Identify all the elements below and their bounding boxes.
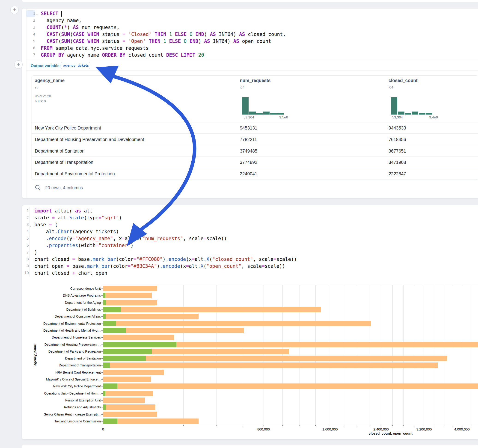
line-number: 5 xyxy=(26,38,35,44)
fold-chevron-icon xyxy=(29,231,32,232)
line-number: 1 xyxy=(20,208,29,214)
add-cell-button[interactable]: + xyxy=(14,60,23,69)
fold-chevron-icon xyxy=(35,48,39,49)
sql-editor[interactable]: 1⌄SELECT 2 agency_name,3 COUNT(*) AS num… xyxy=(26,10,473,59)
fold-chevron-icon xyxy=(35,34,39,35)
histogram-bar xyxy=(412,112,418,115)
code-text: import altair as alt xyxy=(34,208,93,214)
cell-num_requests: 7782211 xyxy=(240,134,257,145)
line-number: 6 xyxy=(26,45,35,51)
column-header-num-requests[interactable]: num_requests xyxy=(240,78,270,83)
line-number: 2 xyxy=(20,215,29,221)
line-number: 2 xyxy=(26,17,35,24)
line-number: 9 xyxy=(20,263,29,269)
divider xyxy=(26,70,478,71)
line-number: 3 xyxy=(20,221,29,228)
table-row[interactable]: New York City Police Department945313194… xyxy=(31,122,478,134)
code-line[interactable]: 4 alt.Chart(agency_tickets) xyxy=(20,228,472,235)
line-number: 5 xyxy=(20,235,29,242)
histogram-bar xyxy=(256,113,263,115)
code-line[interactable]: 10chart_closed + chart_open xyxy=(20,270,472,277)
output-variable-label: Output variable: xyxy=(31,64,61,68)
fold-chevron-icon[interactable]: ⌄ xyxy=(35,12,39,16)
table-row[interactable]: Department of Housing Preservation and D… xyxy=(31,133,478,145)
fold-chevron-icon xyxy=(29,259,32,260)
row-column-count: 20 rows, 4 columns xyxy=(45,185,83,190)
column-stat-unique: unique: 20 xyxy=(35,94,51,98)
code-text: COUNT(*) AS num_requests, xyxy=(41,25,120,30)
cell-agency_name: Department of Housing Preservation and D… xyxy=(35,134,144,145)
column-header-agency-name[interactable]: agency_name xyxy=(35,78,65,83)
code-line[interactable]: 2 agency_name, xyxy=(26,17,473,24)
code-text: SELECT xyxy=(41,11,62,17)
histogram-bar xyxy=(405,113,411,115)
code-text: ) xyxy=(34,249,37,255)
fold-chevron-icon xyxy=(29,273,32,274)
code-line[interactable]: 3⌄base = ( xyxy=(20,221,472,228)
fold-chevron-icon xyxy=(29,252,32,253)
text-caret xyxy=(61,11,62,17)
num-requests-histogram xyxy=(242,97,284,115)
fold-chevron-icon xyxy=(35,41,39,42)
column-type: str xyxy=(35,85,39,89)
cell-closed_count: 3471908 xyxy=(389,156,406,168)
cell-agency_name: New York City Police Department xyxy=(35,122,101,134)
histogram-bar xyxy=(398,112,404,115)
code-line[interactable]: 1import altair as alt xyxy=(20,207,472,214)
histogram-bar xyxy=(391,97,397,115)
code-line[interactable]: 6 .properties(width="container") xyxy=(20,242,472,249)
code-line[interactable]: 7GROUP BY agency_name ORDER BY closed_co… xyxy=(26,52,473,59)
histogram-bar xyxy=(263,112,270,115)
code-line[interactable]: 4 CAST(SUM(CASE WHEN status = 'Closed' T… xyxy=(26,31,473,38)
table-row[interactable]: Department of Sanitation37494853677651 xyxy=(31,145,478,157)
cell-closed_count: 9443533 xyxy=(389,122,406,134)
search-icon[interactable] xyxy=(35,184,41,191)
column-type: i64 xyxy=(240,85,245,89)
histogram-bar xyxy=(277,113,284,115)
divider xyxy=(26,61,478,61)
line-number: 4 xyxy=(20,228,29,235)
code-line[interactable]: 8chart_closed = base.mark_bar(color="#FF… xyxy=(20,256,472,263)
add-cell-button[interactable]: + xyxy=(10,6,19,14)
code-line[interactable]: 7) xyxy=(20,249,472,256)
code-line[interactable]: 5 .encode(y="agency_name", x=alt.X("num_… xyxy=(20,235,472,242)
fold-chevron-icon xyxy=(29,210,32,211)
cell-agency_name: Department of Transportation xyxy=(35,156,93,168)
line-number: 6 xyxy=(20,242,29,249)
code-text: chart_closed + chart_open xyxy=(34,270,107,276)
code-line[interactable]: 5 CAST(SUM(CASE WHEN status = 'Open' THE… xyxy=(26,38,473,45)
code-text: FROM sample_data.nyc.service_requests xyxy=(41,45,149,51)
fold-chevron-icon xyxy=(29,217,32,218)
cell-closed_count: 7618456 xyxy=(389,134,406,145)
code-line[interactable]: 1⌄SELECT xyxy=(26,10,473,17)
line-number: 3 xyxy=(26,24,35,31)
previous-cell-edge xyxy=(22,0,478,2)
code-text: CAST(SUM(CASE WHEN status = 'Closed' THE… xyxy=(41,31,286,37)
code-line[interactable]: 6FROM sample_data.nyc.service_requests xyxy=(26,45,473,52)
code-text: .encode(y="agency_name", x=alt.X("num_re… xyxy=(34,236,227,241)
histogram-bar xyxy=(249,112,256,115)
table-row[interactable]: Department of Environmental Protection22… xyxy=(31,168,478,180)
fold-chevron-icon xyxy=(35,20,39,21)
fold-chevron-icon xyxy=(29,238,32,239)
code-line[interactable]: 3 COUNT(*) AS num_requests, xyxy=(26,24,473,31)
code-text: CAST(SUM(CASE WHEN status = 'Open' THEN … xyxy=(41,38,271,44)
hist-min-label: 53,304 xyxy=(244,115,254,119)
histogram-bar xyxy=(426,113,432,115)
line-number: 8 xyxy=(20,256,29,262)
code-line[interactable]: 9chart_open = base.mark_bar(color="#8BC3… xyxy=(20,263,472,270)
cell-num_requests: 2240041 xyxy=(240,168,257,180)
code-text: alt.Chart(agency_tickets) xyxy=(34,229,119,234)
cell-num_requests: 3774892 xyxy=(240,156,257,168)
cell-num_requests: 9453131 xyxy=(240,122,257,134)
python-editor[interactable]: 1import altair as alt2scale = alt.Scale(… xyxy=(20,207,472,277)
cell-agency_name: Department of Sanitation xyxy=(35,145,85,157)
column-header-closed-count[interactable]: closed_count xyxy=(389,78,418,83)
code-line[interactable]: 2scale = alt.Scale(type="sqrt") xyxy=(20,214,472,221)
output-variable-pill[interactable]: agency_tickets xyxy=(61,62,90,69)
line-number: 7 xyxy=(26,52,35,58)
table-row[interactable]: Department of Transportation377489234719… xyxy=(31,156,478,168)
fold-chevron-icon[interactable]: ⌄ xyxy=(29,223,32,227)
histogram-bar xyxy=(242,97,249,115)
hist-min-label: 53,304 xyxy=(392,115,403,119)
